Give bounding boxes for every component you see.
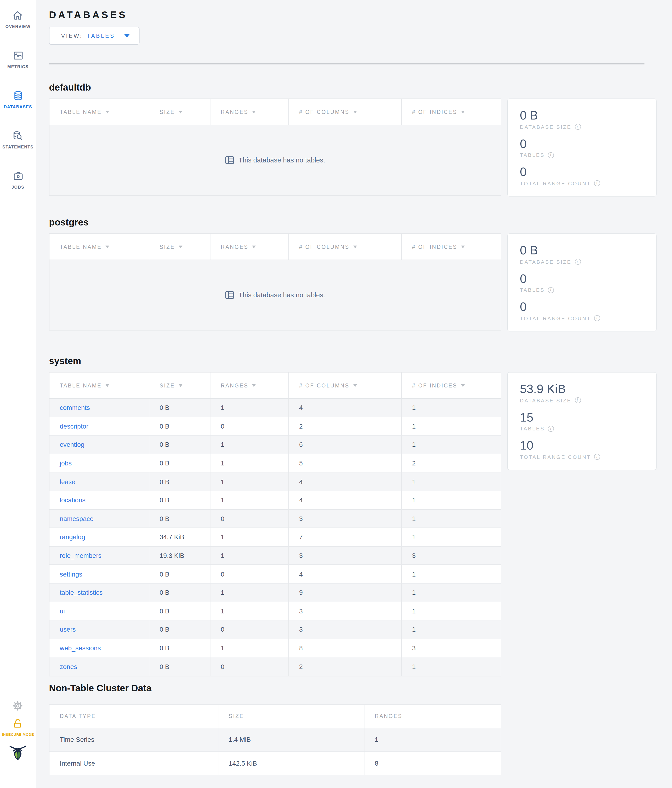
table-size-cell: 0 B xyxy=(149,510,211,527)
table-name-link[interactable]: lease xyxy=(60,478,75,485)
insecure-mode-indicator[interactable]: INSECURE MODE xyxy=(2,718,34,737)
data-type-cell: Time Series xyxy=(49,728,219,751)
table-name-link[interactable]: jobs xyxy=(60,459,71,467)
database-size-label: DATABASE SIZEi xyxy=(520,124,644,130)
table-name-cell: rangelog xyxy=(49,528,149,546)
sort-arrow-icon xyxy=(252,110,256,113)
database-size-value: 53.9 KiB xyxy=(520,382,644,396)
sidebar-item-label: DATABASES xyxy=(4,105,32,109)
info-icon[interactable]: i xyxy=(548,152,554,158)
range-count-value: 10 xyxy=(520,439,644,452)
table-size-cell: 0 B xyxy=(149,620,211,639)
table-name-link[interactable]: web_sessions xyxy=(60,644,101,652)
table-ranges-cell: 1 xyxy=(211,639,289,657)
unlock-icon xyxy=(13,718,24,729)
table-columns-cell: 4 xyxy=(289,473,402,491)
table-indices-cell: 1 xyxy=(402,510,501,527)
sidebar-item-statements[interactable]: STATEMENTS xyxy=(2,130,33,149)
info-icon[interactable]: i xyxy=(594,454,601,460)
range-count-label: TOTAL RANGE COUNTi xyxy=(520,180,644,186)
table-indices-cell: 3 xyxy=(402,547,501,565)
table-name-cell: jobs xyxy=(49,454,149,472)
sort-arrow-icon xyxy=(252,245,256,248)
column-header-columns[interactable]: # OF COLUMNS xyxy=(289,234,402,259)
sort-arrow-icon xyxy=(252,384,256,387)
tables-table: TABLE NAME SIZE RANGES # OF COLUMNS # OF… xyxy=(49,234,501,330)
info-icon[interactable]: i xyxy=(548,287,554,293)
metrics-icon xyxy=(13,50,24,61)
table-indices-cell: 1 xyxy=(402,473,501,491)
table-row: Internal Use 142.5 KiB 8 xyxy=(49,751,501,775)
table-name-link[interactable]: namespace xyxy=(60,515,94,523)
view-dropdown[interactable]: VIEW: TABLES xyxy=(49,27,139,45)
column-header-columns[interactable]: # OF COLUMNS xyxy=(289,373,402,398)
database-stats-card: 0 B DATABASE SIZEi 0 TABLESi 0 TOTAL RAN… xyxy=(507,98,656,197)
table-name-cell: namespace xyxy=(49,510,149,527)
table-name-link[interactable]: ui xyxy=(60,607,65,615)
column-header-table-name[interactable]: TABLE NAME xyxy=(49,373,149,398)
table-columns-cell: 3 xyxy=(289,510,402,527)
cockroachdb-logo[interactable] xyxy=(9,744,27,761)
home-icon xyxy=(13,10,24,21)
table-row: users 0 B 0 3 1 xyxy=(49,620,501,639)
table-columns-cell: 3 xyxy=(289,602,402,620)
column-header-ranges[interactable]: RANGES xyxy=(211,234,289,259)
table-name-link[interactable]: table_statistics xyxy=(60,589,103,596)
column-header-table-name[interactable]: TABLE NAME xyxy=(49,99,149,125)
database-section-postgres: postgres TABLE NAME SIZE RANGES # OF COL… xyxy=(49,217,656,332)
column-header-columns[interactable]: # OF COLUMNS xyxy=(289,99,402,125)
column-header-ranges[interactable]: RANGES xyxy=(211,99,289,125)
sidebar-item-metrics[interactable]: METRICS xyxy=(8,50,29,69)
database-stats-card: 0 B DATABASE SIZEi 0 TABLESi 0 TOTAL RAN… xyxy=(507,234,656,332)
gear-icon[interactable] xyxy=(13,700,24,712)
table-indices-cell: 1 xyxy=(402,565,501,583)
table-name-link[interactable]: locations xyxy=(60,496,86,504)
table-name-cell: role_members xyxy=(49,547,149,565)
column-header-ranges[interactable]: RANGES xyxy=(211,373,289,398)
sort-arrow-icon xyxy=(179,384,182,387)
table-name-cell: ui xyxy=(49,602,149,620)
column-header-size[interactable]: SIZE xyxy=(149,234,211,259)
column-header-table-name[interactable]: TABLE NAME xyxy=(49,234,149,259)
table-size-cell: 0 B xyxy=(149,435,211,454)
tables-count-value: 0 xyxy=(520,272,644,286)
info-icon[interactable]: i xyxy=(575,259,581,265)
empty-state: This database has no tables. xyxy=(49,260,501,330)
table-size-cell: 0 B xyxy=(149,583,211,602)
table-columns-cell: 4 xyxy=(289,399,402,417)
sidebar-item-databases[interactable]: DATABASES xyxy=(4,90,32,109)
table-name-link[interactable]: rangelog xyxy=(60,533,85,541)
table-name-link[interactable]: users xyxy=(60,626,76,633)
column-header-size[interactable]: SIZE xyxy=(149,99,211,125)
table-name-link[interactable]: comments xyxy=(60,404,90,411)
table-size-cell: 0 B xyxy=(149,399,211,417)
table-name-link[interactable]: zones xyxy=(60,663,77,670)
column-header-size[interactable]: SIZE xyxy=(149,373,211,398)
sort-arrow-icon xyxy=(353,245,357,248)
sort-arrow-icon xyxy=(461,245,465,248)
database-size-label: DATABASE SIZEi xyxy=(520,259,644,265)
sidebar-item-overview[interactable]: OVERVIEW xyxy=(5,10,30,29)
info-icon[interactable]: i xyxy=(594,180,601,186)
table-ranges-cell: 1 xyxy=(211,583,289,602)
column-header-indices[interactable]: # OF INDICES xyxy=(402,234,501,259)
table-name-link[interactable]: eventlog xyxy=(60,441,84,448)
column-header-indices[interactable]: # OF INDICES xyxy=(402,373,501,398)
data-type-cell: Internal Use xyxy=(49,751,219,775)
table-name-link[interactable]: settings xyxy=(60,570,82,578)
table-size-cell: 0 B xyxy=(149,602,211,620)
non-table-data-table: DATA TYPE SIZE RANGES Time Series 1.4 Mi… xyxy=(49,704,501,775)
table-name-link[interactable]: descriptor xyxy=(60,423,89,430)
table-name-cell: lease xyxy=(49,473,149,491)
sidebar-item-jobs[interactable]: JOBS xyxy=(12,170,24,189)
chevron-down-icon xyxy=(124,34,130,37)
table-row: settings 0 B 0 4 1 xyxy=(49,565,501,583)
info-icon[interactable]: i xyxy=(548,426,554,432)
sort-arrow-icon xyxy=(179,245,182,248)
table-name-link[interactable]: role_members xyxy=(60,552,101,559)
column-header-indices[interactable]: # OF INDICES xyxy=(402,99,501,125)
main-content: DATABASES VIEW: TABLES defaultdb TABLE N… xyxy=(36,10,672,775)
info-icon[interactable]: i xyxy=(575,124,581,130)
info-icon[interactable]: i xyxy=(575,397,581,404)
info-icon[interactable]: i xyxy=(594,315,601,321)
